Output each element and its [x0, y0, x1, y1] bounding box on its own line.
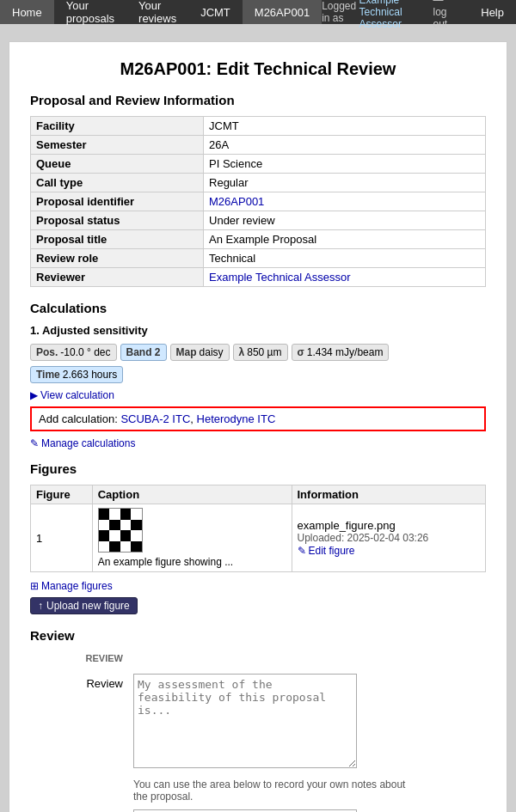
- info-table-row: Review roleTechnical: [31, 249, 486, 268]
- nav-user-info: Logged in as Example Technical Assessor …: [322, 0, 469, 24]
- param-sigma: σ 1.434 mJy/beam: [292, 344, 390, 361]
- info-table-row: FacilityJCMT: [31, 117, 486, 136]
- figure-thumbnail: [98, 508, 143, 553]
- manage-calc-link[interactable]: Manage calculations: [30, 437, 135, 449]
- figure-thumbnail-cell: An example figure showing ...: [92, 504, 292, 572]
- upload-icon: [38, 600, 43, 612]
- view-calc-link-row: View calculation: [30, 388, 486, 401]
- proposal-link[interactable]: Example Technical Assessor: [209, 271, 351, 284]
- manage-figures-link-row: Manage figures: [30, 579, 486, 592]
- review-form-group: Review: [30, 653, 486, 663]
- nav-user-name[interactable]: Example Technical Assessor: [359, 0, 430, 30]
- edit-figure-link[interactable]: Edit figure: [298, 545, 355, 557]
- manage-figures-link[interactable]: Manage figures: [30, 580, 113, 592]
- nav-home[interactable]: Home: [0, 0, 54, 24]
- info-table-row: Proposal titleAn Example Proposal: [31, 230, 486, 249]
- info-table-row: Semester26A: [31, 136, 486, 155]
- logged-in-text: Logged in as: [322, 0, 356, 24]
- figure-caption: An example figure showing ...: [98, 556, 286, 568]
- add-calc-box: Add calculation: SCUBA-2 ITC, Heterodyne…: [30, 406, 486, 431]
- figures-section: Figures Figure Caption Information 1: [30, 461, 486, 614]
- figure-filename: example_figure.png: [298, 519, 481, 532]
- upload-figure-btn-row: Upload new figure: [30, 597, 486, 614]
- info-table-row: ReviewerExample Technical Assessor: [31, 268, 486, 287]
- calculations-title: Calculations: [30, 301, 486, 315]
- nav-jcmt[interactable]: JCMT: [188, 0, 243, 24]
- param-map: Map daisy: [170, 344, 230, 361]
- figure-info-cell: example_figure.png Uploaded: 2025-02-04 …: [292, 504, 486, 572]
- proposal-info-title: Proposal and Review Information: [30, 93, 486, 107]
- navbar: Home Your proposals Your reviews JCMT M2…: [0, 0, 516, 24]
- info-table-row: Proposal identifierM26AP001: [31, 192, 486, 211]
- pencil-icon: [30, 437, 39, 449]
- figure-uploaded: Uploaded: 2025-02-04 03:26: [298, 532, 481, 544]
- review-text-group: Review: [30, 674, 486, 768]
- add-calc-label: Add calculation:: [39, 412, 118, 425]
- param-pos: Pos. -10.0 ° dec: [30, 344, 117, 361]
- proposal-link[interactable]: M26AP001: [209, 195, 264, 208]
- hint-notes-row: You can use the area below to record you…: [30, 778, 486, 806]
- page-container: M26AP001: Edit Technical Review Proposal…: [9, 41, 507, 812]
- figure-row: 1: [31, 504, 486, 572]
- figures-table: Figure Caption Information 1: [30, 485, 486, 572]
- manage-calc-link-row: Manage calculations: [30, 437, 486, 449]
- nav-help[interactable]: Help: [469, 0, 516, 24]
- nav-logout-sep: — log out: [433, 0, 458, 30]
- nav-proposal-id[interactable]: M26AP001: [243, 0, 322, 24]
- pencil-icon-fig: [298, 545, 306, 557]
- info-table-row: Proposal statusUnder review: [31, 211, 486, 230]
- review-label: Review: [30, 674, 133, 690]
- param-band: Band 2: [120, 344, 167, 361]
- manage-icon: [30, 580, 39, 592]
- page-title: M26AP001: Edit Technical Review: [30, 59, 486, 79]
- calc-time-row: Time 2.663 hours: [30, 366, 486, 383]
- calculations-section: 1. Adjusted sensitivity Pos. -10.0 ° dec…: [30, 324, 486, 449]
- proposal-info-table: FacilityJCMTSemester26AQueuePI ScienceCa…: [30, 116, 486, 287]
- nav-proposals[interactable]: Your proposals: [54, 0, 126, 24]
- review-section: Review Review Review You can use the are…: [30, 628, 486, 812]
- hint-notes-text: You can use the area below to record you…: [133, 778, 408, 803]
- add-calc-scuba2[interactable]: SCUBA-2 ITC: [120, 412, 190, 425]
- add-calc-heterodyne[interactable]: Heterodyne ITC: [197, 412, 276, 425]
- col-caption: Caption: [92, 485, 292, 504]
- param-lambda: λ 850 µm: [233, 344, 288, 361]
- figure-number: 1: [31, 504, 93, 572]
- info-table-row: QueuePI Science: [31, 155, 486, 174]
- view-calc-link[interactable]: View calculation: [30, 389, 114, 401]
- time-value: 2.663 hours: [63, 369, 117, 381]
- review-section-label: Review: [30, 653, 133, 663]
- info-table-row: Call typeRegular: [31, 174, 486, 192]
- calc-params-row: Pos. -10.0 ° dec Band 2 Map daisy λ 850 …: [30, 344, 486, 361]
- col-information: Information: [292, 485, 486, 504]
- nav-reviews[interactable]: Your reviews: [126, 0, 188, 24]
- upload-figure-button[interactable]: Upload new figure: [30, 597, 138, 614]
- review-title: Review: [30, 628, 486, 643]
- arrow-icon: [30, 389, 38, 401]
- calc-sub-title: 1. Adjusted sensitivity: [30, 324, 486, 337]
- col-figure: Figure: [31, 485, 93, 504]
- review-textarea[interactable]: [133, 674, 357, 768]
- param-time: Time 2.663 hours: [30, 366, 123, 383]
- figures-title: Figures: [30, 461, 486, 476]
